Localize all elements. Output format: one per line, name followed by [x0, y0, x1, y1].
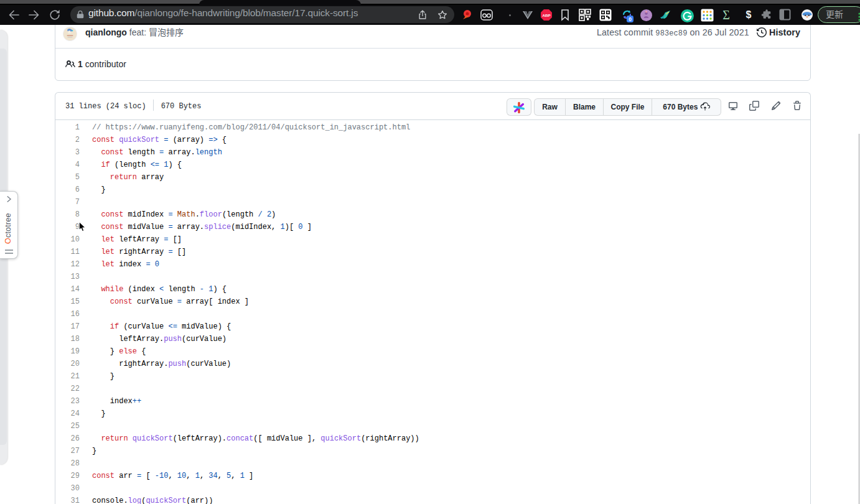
- svg-text:Octotree: Octotree: [4, 213, 12, 244]
- svg-text:ABP: ABP: [542, 13, 550, 17]
- svg-text:0: 0: [629, 16, 632, 22]
